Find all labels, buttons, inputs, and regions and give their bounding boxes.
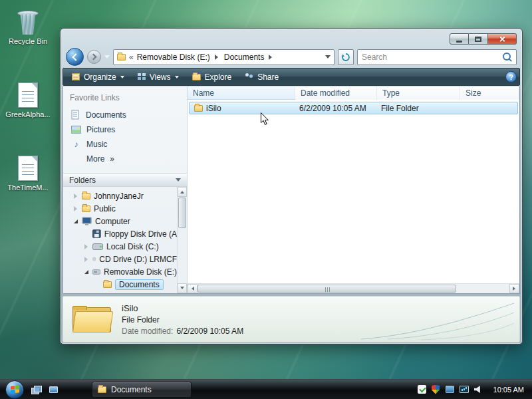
expand-icon[interactable] [74, 206, 77, 211]
explore-icon [192, 74, 201, 80]
chevron-down-icon [120, 76, 124, 80]
tree-item-removable-disk-e[interactable]: Removable Disk (E:) [63, 265, 177, 278]
expand-icon[interactable] [74, 194, 77, 199]
expand-icon[interactable] [84, 257, 88, 262]
computer-icon [82, 217, 92, 225]
tree-item-johnnyjanejr[interactable]: JohnnyJaneJr [63, 190, 177, 202]
taskbar-button-documents[interactable]: Documents [92, 382, 192, 398]
breadcrumb-overflow-chevron[interactable]: « [129, 53, 134, 62]
sidebar-item-pictures[interactable]: Pictures [63, 122, 187, 137]
taskbar: Documents 10:05 AM [0, 379, 532, 399]
sidebar-item-label: Music [86, 140, 107, 149]
horizontal-scrollbar[interactable] [188, 283, 519, 293]
help-button[interactable]: ? [505, 71, 517, 82]
scrollbar-thumb[interactable] [198, 285, 456, 293]
navigation-bar: « Removable Disk (E:) Documents [63, 46, 520, 68]
desktop-icon-greekalpha[interactable]: GreekAlpha... [1, 77, 55, 118]
breadcrumb-separator-icon[interactable] [269, 55, 275, 60]
share-icon [245, 73, 253, 80]
documents-icon [71, 110, 80, 120]
file-list: Name Date modified Type Size iSilo 6/2/2… [188, 86, 519, 293]
details-item-type: File Folder [122, 315, 243, 325]
hard-disk-icon [92, 243, 103, 250]
scroll-down-button[interactable] [178, 283, 187, 293]
column-header-name[interactable]: Name [188, 86, 295, 100]
user-folder-icon [82, 193, 90, 200]
tree-item-documents-selected[interactable]: Documents [63, 278, 177, 291]
start-button[interactable] [5, 380, 24, 399]
column-header-date-modified[interactable]: Date modified [295, 86, 377, 100]
scrollbar-track[interactable] [456, 284, 509, 293]
folders-band[interactable]: Folders [63, 173, 187, 187]
quick-launch [29, 383, 60, 396]
caption-buttons [450, 33, 517, 45]
tree-item-local-disk-c[interactable]: Local Disk (C:) [63, 240, 177, 253]
network-tray-icon[interactable] [460, 386, 469, 393]
folder-icon [98, 386, 106, 393]
collapse-icon[interactable] [84, 270, 88, 274]
tree-item-public[interactable]: Public [63, 202, 177, 215]
file-date-modified: 6/2/2009 10:05 AM [299, 104, 366, 113]
views-button[interactable]: Views [132, 69, 185, 84]
favorite-links-title: Favorite Links [63, 86, 187, 107]
minimize-button[interactable] [450, 33, 469, 45]
scrollbar-track[interactable] [178, 229, 187, 283]
scroll-right-button[interactable] [509, 284, 519, 293]
title-bar[interactable] [63, 29, 520, 46]
security-shield-icon[interactable] [432, 385, 440, 394]
quicklaunch-switch-windows-button[interactable] [29, 383, 43, 396]
scroll-left-button[interactable] [188, 284, 198, 293]
tree-vertical-scrollbar[interactable] [177, 187, 187, 293]
sidebar-item-documents[interactable]: Documents [63, 107, 187, 122]
taskbar-clock[interactable]: 10:05 AM [493, 386, 527, 394]
breadcrumb-item-removable-disk[interactable]: Removable Disk (E:) [137, 53, 210, 62]
address-bar[interactable]: « Removable Disk (E:) Documents [113, 49, 334, 65]
breadcrumb-item-documents[interactable]: Documents [224, 53, 265, 62]
organize-button[interactable]: Organize [66, 69, 130, 84]
details-decorative-swirl [361, 302, 514, 340]
share-button[interactable]: Share [239, 69, 285, 84]
tree-item-cd-drive-d[interactable]: CD Drive (D:) LRMCF [63, 253, 177, 265]
command-toolbar: Organize Views Explore Share ? [63, 68, 520, 86]
sidebar-item-music[interactable]: ♪ Music [63, 137, 187, 152]
recent-pages-dropdown-icon[interactable] [104, 55, 110, 61]
file-row-isilo[interactable]: iSilo 6/2/2009 10:05 AM File Folder [189, 102, 518, 114]
scroll-up-button[interactable] [178, 187, 187, 197]
tree-item-computer[interactable]: Computer [63, 215, 177, 227]
folders-collapse-chevron-icon [176, 178, 181, 184]
desktop-icon-label: Recycle Bin [1, 37, 55, 45]
close-button[interactable] [488, 33, 517, 45]
collapse-icon[interactable] [74, 219, 78, 223]
quicklaunch-show-desktop-button[interactable] [47, 383, 60, 396]
desktop-icon-recycle-bin[interactable]: Recycle Bin [1, 4, 55, 45]
desktop-icon-label: GreekAlpha... [1, 110, 55, 118]
desktop: Recycle Bin GreekAlpha... TheTimeM... [0, 0, 532, 399]
column-header-type[interactable]: Type [377, 86, 460, 100]
back-button[interactable] [66, 48, 84, 66]
windows-logo-icon [11, 385, 19, 394]
tree-item-floppy-drive[interactable]: Floppy Disk Drive (A [63, 227, 177, 240]
updates-tray-icon[interactable] [418, 385, 426, 394]
search-icon[interactable] [503, 53, 512, 62]
sidebar-item-more[interactable]: More » [63, 152, 187, 166]
expand-icon[interactable] [84, 244, 88, 249]
file-type: File Folder [381, 104, 419, 113]
maximize-button[interactable] [469, 33, 488, 45]
explore-button[interactable]: Explore [186, 69, 238, 84]
scrollbar-thumb[interactable] [178, 198, 186, 228]
volume-icon[interactable] [474, 386, 483, 394]
display-tray-icon[interactable] [446, 386, 454, 393]
forward-button[interactable] [87, 50, 101, 64]
tree-item-label: CD Drive (D:) LRMCF [99, 255, 177, 264]
address-dropdown-icon[interactable] [325, 55, 331, 61]
document-icon [1, 150, 55, 181]
close-icon [499, 35, 506, 43]
window-body: Favorite Links Documents Pictures [63, 86, 520, 294]
breadcrumb-separator-icon[interactable] [215, 55, 221, 60]
folder-icon [194, 105, 203, 112]
search-input[interactable] [362, 53, 503, 62]
refresh-button[interactable] [338, 49, 354, 65]
desktop-icon-thetimem[interactable]: TheTimeM... [1, 150, 55, 192]
column-header-size[interactable]: Size [460, 86, 519, 100]
mouse-cursor [260, 112, 269, 126]
